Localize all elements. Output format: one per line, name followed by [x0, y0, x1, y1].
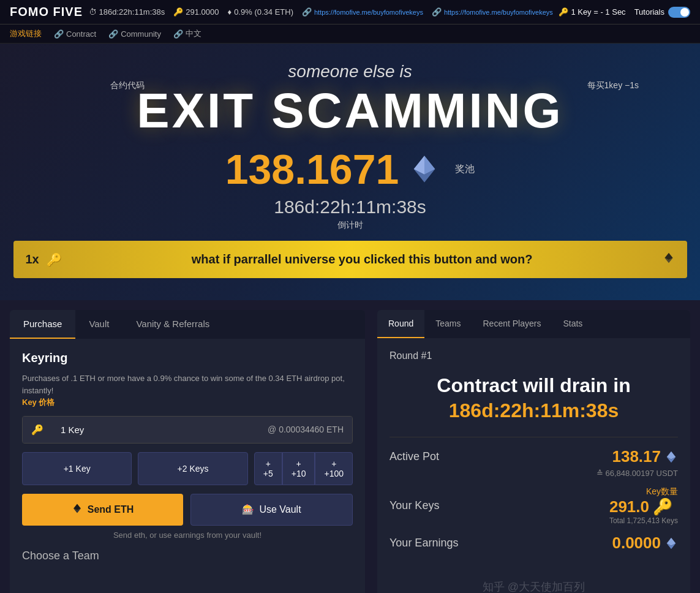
sub-header: 游戏链接 🔗 Contract 🔗 Community 🔗 中文 [0, 25, 700, 43]
active-pot-label: Active Pot [390, 450, 439, 463]
chinese-icon: 🔗 [173, 29, 183, 39]
game-link-2[interactable]: https://fomofive.me/buyfomofivekeys [444, 9, 553, 16]
right-panel: Round Teams Recent Players Stats Round #… [377, 310, 690, 593]
left-panel: Purchase Vault Vanity & Referrals Keyrin… [10, 310, 365, 593]
drain-box: Contract will drain in 186d:22h:11m:38s [390, 374, 678, 422]
add-1-key-button[interactable]: +1 Key [22, 452, 132, 485]
action-buttons-row: Send ETH 🎰 Use Vault [22, 494, 353, 526]
desc-text: Purchases of .1 ETH or more have a 0.9% … [22, 374, 345, 395]
round-id: Round #1 [390, 350, 678, 361]
key-icon-display: 🔑 [653, 497, 672, 516]
contract-icon: 🔗 [54, 29, 64, 39]
tab-purchase[interactable]: Purchase [10, 310, 75, 339]
contract-label: 合约代码 [110, 80, 145, 91]
eth-icon-large [408, 153, 440, 185]
tab-recent-players[interactable]: Recent Players [472, 310, 552, 338]
eth-icon-earnings [664, 537, 678, 550]
timer-stat: ⏱ 186d:22h:11m:38s [89, 7, 165, 17]
key-stat: 🔑 291.0000 [173, 7, 219, 17]
use-vault-button[interactable]: 🎰 Use Vault [190, 494, 353, 526]
buy-label: 每买1key −1s [587, 80, 639, 91]
pot-usd: ≙ 66,848.00197 USDT [390, 469, 678, 478]
watermark: 知乎 @大天使加百列 [377, 573, 690, 593]
plus-icon-10: + [292, 459, 306, 469]
your-keys-row: Your Keys Key数量 291.0 🔑 Total 1,725,413 … [390, 486, 678, 525]
diamond-icon: ♦ [228, 7, 232, 17]
hero-pot-row: 138.1671 奖池 [12, 145, 688, 193]
key-quantity-input[interactable] [52, 417, 259, 443]
hero-title: EXIT SCAMMING [12, 86, 688, 135]
plus-icon: + [263, 459, 273, 469]
plus-icon-100: + [324, 459, 344, 469]
key-price-display: @ 0.00034460 ETH [259, 417, 352, 443]
tab-teams[interactable]: Teams [424, 310, 472, 338]
divider-1 [390, 437, 678, 437]
eth-icon-pot [664, 450, 678, 464]
send-eth-label: Send ETH [88, 504, 134, 515]
add-5-keys-button[interactable]: + +5 [254, 452, 282, 485]
svg-marker-3 [424, 156, 435, 174]
parallel-button[interactable]: 1x 🔑 what if parrallel universe you clic… [13, 241, 687, 278]
link-icon-1: 🔗 [302, 7, 312, 17]
tab-vanity-referrals[interactable]: Vanity & Referrals [122, 310, 223, 339]
eth-icon-button [663, 252, 675, 264]
earnings-number: 0.0000 [612, 534, 661, 553]
chinese-link[interactable]: 🔗 中文 [173, 28, 201, 39]
tab-round[interactable]: Round [377, 310, 424, 338]
tutorials-toggle[interactable] [668, 7, 690, 18]
key-input-icon: 🔑 [23, 417, 52, 443]
community-text: Community [121, 29, 161, 39]
main-content: Purchase Vault Vanity & Referrals Keyrin… [0, 300, 700, 593]
watermark-text: 知乎 @大天使加百列 [483, 581, 585, 593]
qty-5-label: +5 [263, 469, 273, 478]
chinese-text: 中文 [186, 28, 201, 39]
key-countdown-text: 1 Key = - 1 Sec [571, 7, 625, 17]
timer-label: 倒计时 [12, 220, 688, 231]
button-text: what if parrallel universe you clicked t… [69, 252, 655, 266]
link-icon-2: 🔗 [432, 7, 442, 17]
game-link-1[interactable]: https://fomofive.me/buyfomofivekeys [314, 9, 423, 16]
your-earnings-row: Your Earnings 0.0000 [390, 534, 678, 553]
app-logo: FOMO FIVE [10, 5, 83, 19]
qty-10-label: +10 [292, 469, 306, 478]
button-multiplier: 1x [26, 252, 39, 266]
add-100-keys-button[interactable]: + +100 [315, 452, 353, 485]
contract-text: Contract [66, 29, 96, 39]
airdrop-value: 0.9% (0.34 ETH) [234, 7, 293, 17]
clock-icon: ⏱ [89, 7, 97, 17]
svg-marker-2 [414, 156, 424, 174]
contract-link[interactable]: 🔗 Contract [54, 29, 96, 39]
header-stats: ⏱ 186d:22h:11m:38s 🔑 291.0000 ♦ 0.9% (0.… [89, 7, 553, 17]
hero-button-row: 1x 🔑 what if parrallel universe you clic… [13, 241, 687, 278]
add-2-keys-button[interactable]: +2 Keys [138, 452, 247, 485]
header-right: 🔑 1 Key = - 1 Sec Tutorials [559, 7, 690, 18]
active-pot-value: 138.17 [612, 447, 678, 466]
community-icon: 🔗 [108, 29, 118, 39]
pot-number: 138.17 [612, 447, 661, 466]
community-link[interactable]: 🔗 Community [108, 29, 161, 39]
airdrop-stat: ♦ 0.9% (0.34 ETH) [228, 7, 293, 17]
tab-vault[interactable]: Vault [75, 310, 122, 339]
tutorials-label: Tutorials [634, 7, 664, 17]
total-keys: Total 1,725,413 Keys [609, 516, 678, 525]
hero-pot-value: 138.1671 [225, 145, 399, 193]
your-earnings-label: Your Earnings [390, 537, 458, 550]
game-label: 游戏链接 [10, 28, 42, 39]
key-price-link[interactable]: Key 价格 [22, 398, 55, 407]
key-icon: 🔑 [173, 7, 183, 17]
link-stat-2: 🔗 https://fomofive.me/buyfomofivekeys [432, 7, 553, 17]
eth-btn-icon [663, 252, 675, 267]
your-keys-label: Your Keys [390, 499, 439, 512]
add-10-keys-button[interactable]: + +10 [282, 452, 315, 485]
eth-icon-send [72, 503, 83, 514]
header: FOMO FIVE ⏱ 186d:22h:11m:38s 🔑 291.0000 … [0, 0, 700, 25]
send-eth-button[interactable]: Send ETH [22, 494, 183, 526]
panel-title: Keyring [22, 351, 353, 365]
choose-team-title: Choose a Team [22, 550, 353, 562]
vault-label: Use Vault [259, 504, 301, 515]
key-count-value: 291.0 🔑 [609, 497, 678, 516]
qty-more-group: + +5 + +10 + +100 [254, 452, 353, 485]
right-tabs-row: Round Teams Recent Players Stats [377, 310, 690, 338]
key-icon-right: 🔑 [559, 7, 568, 17]
tab-stats[interactable]: Stats [552, 310, 593, 338]
